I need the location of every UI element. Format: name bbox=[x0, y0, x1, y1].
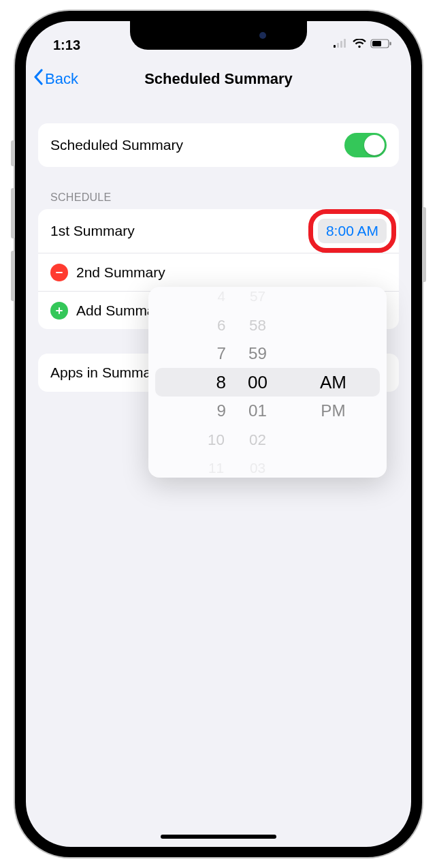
notch bbox=[130, 21, 307, 50]
back-label: Back bbox=[45, 70, 78, 88]
screen: 1:13 bbox=[26, 21, 411, 847]
svg-rect-9 bbox=[56, 310, 63, 311]
ampm-spacer bbox=[321, 287, 325, 308]
ampm-wheel[interactable]: AM PM bbox=[313, 287, 374, 478]
back-button[interactable]: Back bbox=[33, 69, 78, 89]
hour-option[interactable]: 4 bbox=[217, 287, 225, 308]
volume-down-button bbox=[11, 251, 15, 301]
second-summary-label: 2nd Summary bbox=[76, 264, 165, 281]
svg-rect-0 bbox=[334, 45, 336, 48]
first-summary-row[interactable]: 1st Summary 8:00 AM bbox=[38, 209, 399, 253]
status-indicators bbox=[334, 39, 392, 51]
picker-columns: 4 6 7 8 9 10 11 57 58 59 00 01 02 bbox=[148, 287, 387, 478]
power-button bbox=[422, 207, 426, 282]
scheduled-summary-toggle-row: Scheduled Summary bbox=[38, 123, 399, 167]
scheduled-summary-toggle[interactable] bbox=[344, 133, 387, 157]
content: Scheduled Summary SCHEDULE 1st Summary 8… bbox=[26, 123, 411, 847]
svg-rect-1 bbox=[337, 43, 339, 48]
apps-label: Apps in Summary bbox=[50, 365, 163, 381]
minute-option[interactable]: 57 bbox=[250, 287, 265, 308]
toggle-label: Scheduled Summary bbox=[50, 137, 183, 153]
hour-option[interactable]: 11 bbox=[208, 456, 224, 478]
hour-option-selected[interactable]: 8 bbox=[216, 368, 226, 397]
mute-switch bbox=[11, 140, 15, 166]
hour-option[interactable]: 6 bbox=[217, 313, 225, 337]
first-summary-time: 8:00 AM bbox=[326, 223, 378, 238]
svg-rect-3 bbox=[344, 39, 346, 48]
hour-option[interactable]: 7 bbox=[216, 340, 225, 367]
minute-option[interactable]: 02 bbox=[249, 427, 266, 452]
svg-rect-7 bbox=[56, 272, 63, 273]
add-summary-button[interactable] bbox=[50, 302, 68, 320]
hour-option[interactable]: 10 bbox=[208, 427, 225, 452]
ampm-option-selected[interactable]: AM bbox=[320, 368, 346, 397]
hour-option[interactable]: 9 bbox=[216, 397, 225, 424]
time-picker-popover[interactable]: 4 6 7 8 9 10 11 57 58 59 00 01 02 bbox=[148, 287, 387, 478]
summary-toggle-card: Scheduled Summary bbox=[38, 123, 399, 167]
nav-bar: Back Scheduled Summary bbox=[26, 59, 411, 99]
cellular-icon bbox=[334, 39, 349, 51]
chevron-left-icon bbox=[33, 69, 44, 89]
minute-option[interactable]: 01 bbox=[248, 397, 267, 424]
status-time: 1:13 bbox=[53, 37, 80, 53]
first-summary-time-button[interactable]: 8:00 AM bbox=[318, 219, 387, 243]
minute-option[interactable]: 03 bbox=[250, 456, 265, 478]
svg-rect-6 bbox=[390, 42, 391, 46]
second-summary-row[interactable]: 2nd Summary bbox=[38, 253, 399, 291]
minute-option[interactable]: 59 bbox=[248, 340, 267, 367]
minute-option[interactable]: 58 bbox=[249, 313, 266, 337]
hour-wheel[interactable]: 4 6 7 8 9 10 11 bbox=[161, 287, 245, 478]
ampm-spacer bbox=[321, 313, 325, 337]
ampm-spacer bbox=[321, 427, 325, 452]
page-title: Scheduled Summary bbox=[144, 70, 293, 88]
svg-rect-5 bbox=[372, 41, 381, 46]
wifi-icon bbox=[353, 39, 366, 51]
first-summary-label: 1st Summary bbox=[50, 223, 135, 239]
home-indicator[interactable] bbox=[161, 835, 276, 839]
remove-summary-button[interactable] bbox=[50, 264, 68, 281]
device-frame: 1:13 bbox=[15, 11, 422, 857]
ampm-spacer bbox=[320, 340, 325, 367]
battery-icon bbox=[370, 39, 392, 51]
minute-option-selected[interactable]: 00 bbox=[248, 368, 268, 397]
volume-up-button bbox=[11, 188, 15, 238]
svg-rect-2 bbox=[340, 41, 342, 48]
ampm-option[interactable]: PM bbox=[321, 397, 345, 424]
ampm-spacer bbox=[321, 456, 325, 478]
minute-wheel[interactable]: 57 58 59 00 01 02 03 bbox=[245, 287, 313, 478]
schedule-section-header: SCHEDULE bbox=[50, 191, 399, 204]
